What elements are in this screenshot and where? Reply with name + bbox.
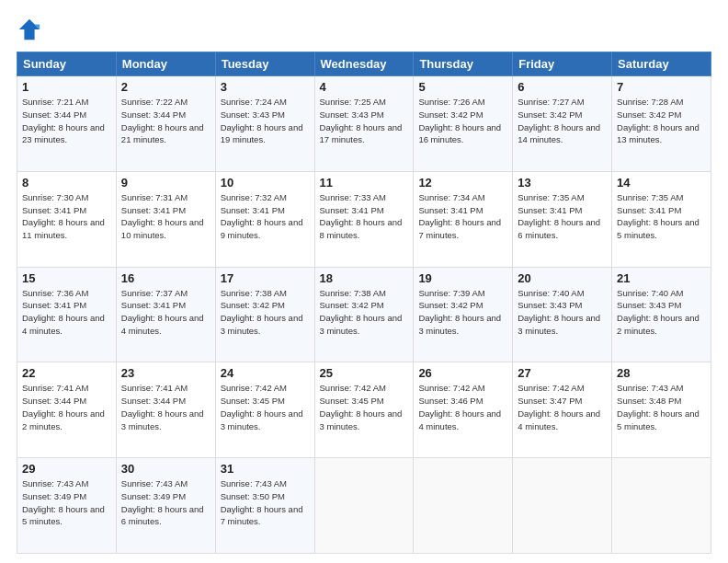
day-number: 11 (320, 176, 409, 190)
calendar-cell: 15Sunrise: 7:36 AMSunset: 3:41 PMDayligh… (17, 267, 117, 362)
day-number: 12 (418, 176, 507, 190)
calendar-week-row: 8Sunrise: 7:30 AMSunset: 3:41 PMDaylight… (17, 171, 711, 267)
day-number: 3 (221, 80, 310, 94)
calendar-cell (314, 458, 414, 554)
day-number: 24 (221, 366, 310, 380)
calendar-cell: 7Sunrise: 7:28 AMSunset: 3:42 PMDaylight… (612, 76, 711, 172)
day-number: 28 (617, 366, 706, 380)
day-number: 27 (518, 366, 607, 380)
calendar-header-wednesday: Wednesday (314, 52, 414, 76)
day-number: 29 (22, 462, 111, 476)
calendar-cell: 18Sunrise: 7:38 AMSunset: 3:42 PMDayligh… (314, 267, 414, 362)
calendar-cell (513, 458, 612, 554)
day-number: 22 (22, 366, 111, 380)
day-number: 19 (418, 271, 507, 285)
calendar-week-row: 29Sunrise: 7:43 AMSunset: 3:49 PMDayligh… (17, 458, 711, 554)
calendar-cell: 24Sunrise: 7:42 AMSunset: 3:45 PMDayligh… (215, 362, 314, 458)
cell-info: Sunrise: 7:41 AMSunset: 3:44 PMDaylight:… (22, 382, 111, 432)
calendar-cell: 3Sunrise: 7:24 AMSunset: 3:43 PMDaylight… (215, 76, 314, 172)
day-number: 21 (617, 271, 706, 285)
calendar-cell: 25Sunrise: 7:42 AMSunset: 3:45 PMDayligh… (314, 362, 414, 458)
cell-info: Sunrise: 7:43 AMSunset: 3:50 PMDaylight:… (221, 477, 310, 528)
cell-info: Sunrise: 7:22 AMSunset: 3:44 PMDaylight:… (121, 96, 210, 146)
calendar-table: SundayMondayTuesdayWednesdayThursdayFrid… (17, 52, 711, 554)
calendar-week-row: 22Sunrise: 7:41 AMSunset: 3:44 PMDayligh… (17, 362, 711, 458)
day-number: 14 (617, 176, 706, 190)
cell-info: Sunrise: 7:34 AMSunset: 3:41 PMDaylight:… (418, 191, 507, 242)
cell-info: Sunrise: 7:35 AMSunset: 3:41 PMDaylight:… (617, 191, 706, 242)
header (17, 17, 711, 42)
calendar-cell: 22Sunrise: 7:41 AMSunset: 3:44 PMDayligh… (17, 362, 117, 458)
calendar-cell: 30Sunrise: 7:43 AMSunset: 3:49 PMDayligh… (116, 458, 215, 554)
calendar-header-saturday: Saturday (612, 52, 711, 76)
calendar-header-monday: Monday (116, 52, 215, 76)
cell-info: Sunrise: 7:42 AMSunset: 3:45 PMDaylight:… (221, 382, 310, 432)
cell-info: Sunrise: 7:41 AMSunset: 3:44 PMDaylight:… (121, 382, 210, 432)
day-number: 5 (418, 80, 507, 94)
day-number: 30 (121, 462, 210, 476)
cell-info: Sunrise: 7:26 AMSunset: 3:42 PMDaylight:… (418, 96, 507, 146)
cell-info: Sunrise: 7:43 AMSunset: 3:49 PMDaylight:… (121, 477, 210, 528)
calendar-cell: 8Sunrise: 7:30 AMSunset: 3:41 PMDaylight… (17, 171, 117, 267)
calendar-cell: 6Sunrise: 7:27 AMSunset: 3:42 PMDaylight… (513, 76, 612, 172)
day-number: 8 (22, 176, 111, 190)
calendar-week-row: 1Sunrise: 7:21 AMSunset: 3:44 PMDaylight… (17, 76, 711, 172)
cell-info: Sunrise: 7:42 AMSunset: 3:46 PMDaylight:… (418, 382, 507, 432)
day-number: 18 (320, 271, 409, 285)
cell-info: Sunrise: 7:42 AMSunset: 3:47 PMDaylight:… (518, 382, 607, 432)
calendar-header-friday: Friday (513, 52, 612, 76)
day-number: 2 (121, 80, 210, 94)
cell-info: Sunrise: 7:33 AMSunset: 3:41 PMDaylight:… (320, 191, 409, 242)
calendar-cell: 23Sunrise: 7:41 AMSunset: 3:44 PMDayligh… (116, 362, 215, 458)
cell-info: Sunrise: 7:43 AMSunset: 3:48 PMDaylight:… (617, 382, 706, 432)
calendar-cell: 12Sunrise: 7:34 AMSunset: 3:41 PMDayligh… (414, 171, 513, 267)
calendar-cell: 19Sunrise: 7:39 AMSunset: 3:42 PMDayligh… (414, 267, 513, 362)
calendar-cell: 5Sunrise: 7:26 AMSunset: 3:42 PMDaylight… (414, 76, 513, 172)
cell-info: Sunrise: 7:39 AMSunset: 3:42 PMDaylight:… (418, 287, 507, 338)
cell-info: Sunrise: 7:30 AMSunset: 3:41 PMDaylight:… (22, 191, 111, 242)
calendar-header-sunday: Sunday (17, 52, 117, 76)
logo-icon (17, 17, 42, 42)
cell-info: Sunrise: 7:40 AMSunset: 3:43 PMDaylight:… (518, 287, 607, 338)
calendar-cell: 21Sunrise: 7:40 AMSunset: 3:43 PMDayligh… (612, 267, 711, 362)
cell-info: Sunrise: 7:38 AMSunset: 3:42 PMDaylight:… (320, 287, 409, 338)
cell-info: Sunrise: 7:38 AMSunset: 3:42 PMDaylight:… (221, 287, 310, 338)
day-number: 4 (320, 80, 409, 94)
calendar-cell: 14Sunrise: 7:35 AMSunset: 3:41 PMDayligh… (612, 171, 711, 267)
day-number: 17 (221, 271, 310, 285)
calendar-cell: 11Sunrise: 7:33 AMSunset: 3:41 PMDayligh… (314, 171, 414, 267)
day-number: 31 (221, 462, 310, 476)
cell-info: Sunrise: 7:36 AMSunset: 3:41 PMDaylight:… (22, 287, 111, 338)
day-number: 10 (221, 176, 310, 190)
page: SundayMondayTuesdayWednesdayThursdayFrid… (0, 0, 728, 563)
cell-info: Sunrise: 7:25 AMSunset: 3:43 PMDaylight:… (320, 96, 409, 146)
svg-marker-0 (19, 19, 40, 40)
calendar-cell: 27Sunrise: 7:42 AMSunset: 3:47 PMDayligh… (513, 362, 612, 458)
cell-info: Sunrise: 7:35 AMSunset: 3:41 PMDaylight:… (518, 191, 607, 242)
calendar-cell: 26Sunrise: 7:42 AMSunset: 3:46 PMDayligh… (414, 362, 513, 458)
calendar-header-tuesday: Tuesday (215, 52, 314, 76)
calendar-cell: 13Sunrise: 7:35 AMSunset: 3:41 PMDayligh… (513, 171, 612, 267)
day-number: 25 (320, 366, 409, 380)
calendar-cell (414, 458, 513, 554)
day-number: 26 (418, 366, 507, 380)
day-number: 20 (518, 271, 607, 285)
calendar-cell: 10Sunrise: 7:32 AMSunset: 3:41 PMDayligh… (215, 171, 314, 267)
day-number: 7 (617, 80, 706, 94)
calendar-cell: 28Sunrise: 7:43 AMSunset: 3:48 PMDayligh… (612, 362, 711, 458)
cell-info: Sunrise: 7:27 AMSunset: 3:42 PMDaylight:… (518, 96, 607, 146)
calendar-cell (612, 458, 711, 554)
cell-info: Sunrise: 7:43 AMSunset: 3:49 PMDaylight:… (22, 477, 111, 528)
cell-info: Sunrise: 7:40 AMSunset: 3:43 PMDaylight:… (617, 287, 706, 338)
cell-info: Sunrise: 7:28 AMSunset: 3:42 PMDaylight:… (617, 96, 706, 146)
day-number: 23 (121, 366, 210, 380)
day-number: 16 (121, 271, 210, 285)
calendar-cell: 4Sunrise: 7:25 AMSunset: 3:43 PMDaylight… (314, 76, 414, 172)
cell-info: Sunrise: 7:32 AMSunset: 3:41 PMDaylight:… (221, 191, 310, 242)
calendar-cell: 16Sunrise: 7:37 AMSunset: 3:41 PMDayligh… (116, 267, 215, 362)
calendar-cell: 29Sunrise: 7:43 AMSunset: 3:49 PMDayligh… (17, 458, 117, 554)
calendar-week-row: 15Sunrise: 7:36 AMSunset: 3:41 PMDayligh… (17, 267, 711, 362)
day-number: 9 (121, 176, 210, 190)
cell-info: Sunrise: 7:31 AMSunset: 3:41 PMDaylight:… (121, 191, 210, 242)
day-number: 13 (518, 176, 607, 190)
